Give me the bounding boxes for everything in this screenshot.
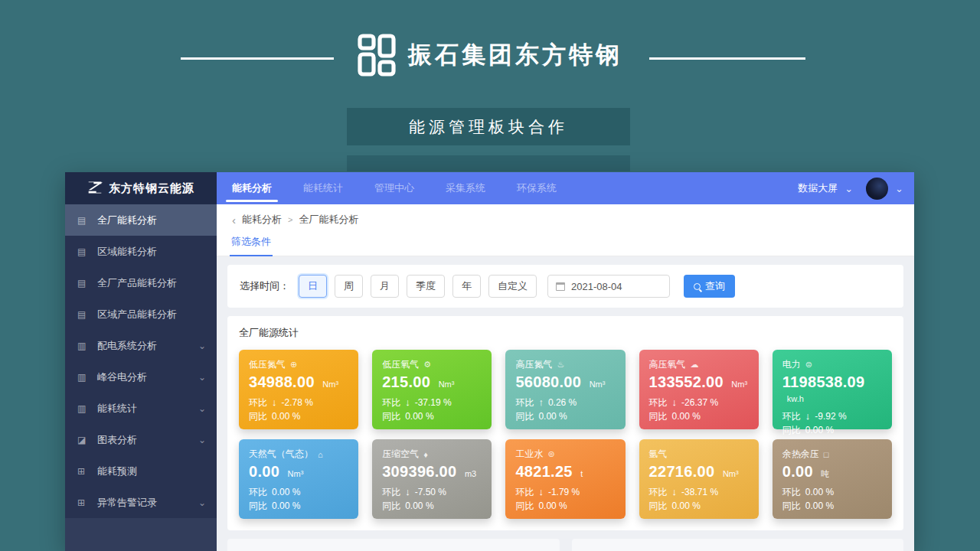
- sidebar-item[interactable]: ▤ 区域产品能耗分析: [65, 298, 217, 330]
- sidebar-item[interactable]: ▥ 配电系统分析 ⌄: [65, 330, 217, 361]
- menu-icon: ▤: [77, 309, 90, 320]
- chevron-down-icon[interactable]: ⌄: [844, 184, 853, 194]
- trend-arrow-icon: ↓: [538, 485, 544, 499]
- app-logo-icon: [87, 181, 103, 196]
- topnav-tab[interactable]: 环保系统: [515, 172, 558, 204]
- mom-value: -7.50 %: [415, 485, 446, 499]
- yoy-label: 同比: [382, 409, 400, 423]
- sidebar-item-label: 图表分析: [97, 433, 198, 447]
- data-screen-link[interactable]: 数据大屏: [798, 181, 838, 195]
- sidebar-item[interactable]: ⊞ 异常告警记录 ⌄: [65, 487, 217, 518]
- sidebar-item-label: 配电系统分析: [97, 339, 198, 353]
- sidebar-item[interactable]: ▥ 峰谷电分析 ⌄: [65, 361, 217, 393]
- sidebar-item-label: 能耗统计: [97, 402, 198, 416]
- yoy-label: 同比: [249, 409, 267, 423]
- sidebar-item[interactable]: ⊞ 能耗预测: [65, 455, 217, 487]
- card-value: 133552.00: [649, 373, 724, 390]
- mom-label: 环比: [249, 396, 267, 409]
- main-area: 能耗分析能耗统计管理中心采集系统环保系统 数据大屏 ⌄ ⌄ ‹ 能耗分析 > 全…: [217, 172, 914, 551]
- card-value: 56080.00: [515, 373, 581, 390]
- card-unit: Nm³: [322, 380, 338, 389]
- breadcrumb-item-current: 全厂能耗分析: [299, 213, 358, 227]
- topnav-tab[interactable]: 管理中心: [373, 172, 416, 204]
- sidebar-item-label: 区域能耗分析: [97, 245, 206, 259]
- avatar[interactable]: [866, 178, 888, 200]
- topnav-tab[interactable]: 能耗分析: [230, 172, 273, 204]
- card-title: 电力: [782, 358, 801, 371]
- card-title: 氩气: [649, 448, 668, 461]
- sidebar-item[interactable]: ▥ 能耗统计 ⌄: [65, 393, 217, 424]
- partial-panel: [227, 539, 560, 551]
- menu-icon: ▤: [77, 215, 90, 226]
- mom-label: 环比: [382, 485, 400, 499]
- card-value: 34988.00: [249, 373, 315, 390]
- period-button[interactable]: 月: [371, 275, 399, 298]
- date-input[interactable]: 2021-08-04: [547, 275, 670, 298]
- menu-icon: ▤: [77, 278, 90, 289]
- card-title: 天然气（气态）: [249, 448, 313, 461]
- sidebar-item-label: 区域产品能耗分析: [97, 308, 206, 321]
- app-title: 东方特钢云能源: [109, 181, 194, 196]
- card-unit: 吨: [821, 469, 829, 478]
- menu-icon: ▥: [77, 403, 90, 414]
- card-unit: kw.h: [787, 394, 804, 403]
- period-button[interactable]: 周: [335, 275, 363, 298]
- card-title: 高压氧气: [649, 358, 686, 371]
- energy-cards-grid: 低压氮气 ⊕ 34988.00 Nm³ 环比 ↓ -2.78 % 同比 0.00…: [239, 350, 892, 519]
- stats-title: 全厂能源统计: [239, 326, 892, 340]
- menu-icon: ⊞: [77, 466, 90, 477]
- card-title: 高压氮气: [515, 358, 552, 371]
- sidebar-item[interactable]: ◪ 图表分析 ⌄: [65, 424, 217, 455]
- yoy-value: 0.00 %: [272, 409, 300, 423]
- hero-brand: 振石集团东方特钢: [0, 34, 980, 77]
- sidebar-item[interactable]: ▤ 区域能耗分析: [65, 236, 217, 267]
- trend-arrow-icon: ↑: [538, 396, 544, 409]
- card-value: 0.00: [249, 463, 279, 480]
- period-button[interactable]: 年: [452, 275, 481, 298]
- card-title: 低压氧气: [382, 358, 419, 371]
- breadcrumb: ‹ 能耗分析 > 全厂能耗分析: [217, 204, 914, 233]
- menu-icon: ▥: [77, 341, 90, 351]
- brand-title: 振石集团东方特钢: [408, 39, 622, 71]
- top-navbar: 能耗分析能耗统计管理中心采集系统环保系统 数据大屏 ⌄ ⌄: [217, 172, 914, 204]
- energy-card: 高压氮气 ♨ 56080.00 Nm³ 环比 ↑ 0.26 % 同比 0.00 …: [505, 350, 625, 429]
- query-button[interactable]: 查询: [684, 275, 735, 298]
- back-arrow-icon[interactable]: ‹: [232, 214, 236, 227]
- tab-filter-conditions[interactable]: 筛选条件: [230, 233, 273, 256]
- period-button[interactable]: 季度: [407, 275, 445, 298]
- sidebar-item-label: 能耗预测: [97, 465, 206, 478]
- mom-value: -9.92 %: [815, 409, 846, 423]
- yoy-label: 同比: [782, 423, 801, 437]
- chevron-down-icon: ⌄: [198, 403, 206, 414]
- brand-logo-icon: [358, 34, 397, 77]
- menu-icon: ⊞: [77, 497, 90, 508]
- yoy-value: 0.00 %: [805, 499, 834, 513]
- menu-icon: ▥: [77, 372, 90, 383]
- mom-value: -37.19 %: [415, 396, 452, 409]
- period-button[interactable]: 自定义: [488, 275, 537, 298]
- filter-panel: 选择时间： 日周月季度年自定义 2021-08-04 查询: [227, 265, 903, 308]
- topnav-tab[interactable]: 采集系统: [444, 172, 487, 204]
- yoy-value: 0.00 %: [672, 499, 701, 513]
- yoy-label: 同比: [382, 499, 400, 513]
- yoy-value: 0.00 %: [538, 409, 567, 423]
- chevron-down-icon[interactable]: ⌄: [895, 184, 903, 194]
- dashboard-window: 东方特钢云能源 ▤ 全厂能耗分析 ▤ 区域能耗分析 ▤ 全厂产品能耗分析 ▤ 区…: [65, 172, 914, 551]
- period-button[interactable]: 日: [299, 275, 327, 298]
- card-type-icon: ⊚: [547, 449, 554, 459]
- mom-value: -2.78 %: [282, 396, 313, 409]
- sidebar-item[interactable]: ▤ 全厂能耗分析: [65, 204, 217, 236]
- sidebar-item[interactable]: ▤ 全厂产品能耗分析: [65, 267, 217, 298]
- card-title: 余热余压: [782, 448, 819, 461]
- mom-value: -38.71 %: [681, 485, 718, 499]
- energy-card: 工业水 ⊚ 4821.25 t 环比 ↓ -1.79 % 同比 0.00 %: [505, 439, 625, 519]
- yoy-label: 同比: [249, 499, 267, 513]
- topnav-tab[interactable]: 能耗统计: [302, 172, 345, 204]
- sidebar-header: 东方特钢云能源: [65, 172, 217, 204]
- search-icon: [694, 283, 701, 290]
- breadcrumb-item[interactable]: 能耗分析: [242, 213, 282, 227]
- yoy-label: 同比: [649, 499, 668, 513]
- filter-tab-row: 筛选条件: [217, 233, 914, 256]
- card-value: 4821.25: [515, 463, 572, 480]
- card-type-icon: ♨: [557, 360, 564, 370]
